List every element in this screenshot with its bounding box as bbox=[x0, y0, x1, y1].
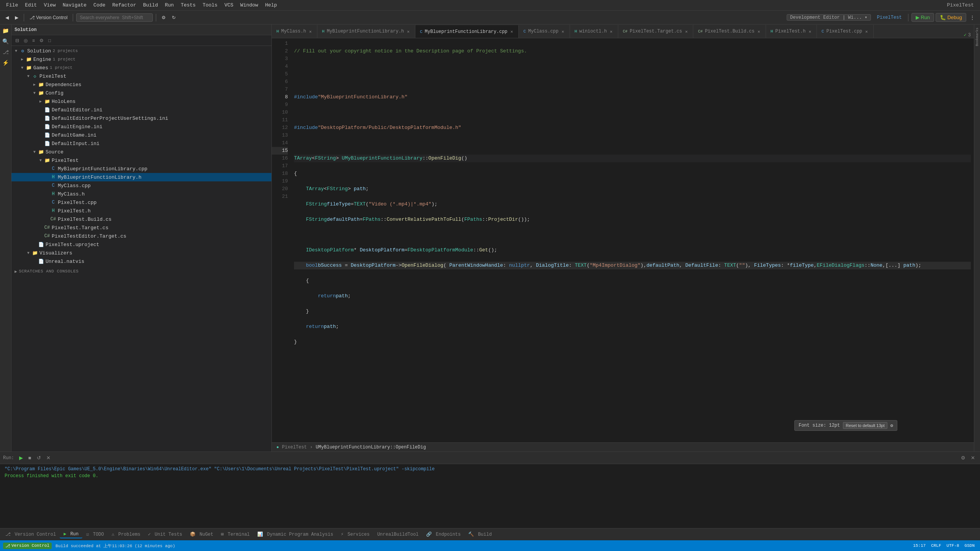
tab-endpoints[interactable]: 🔗 Endpoints bbox=[422, 531, 464, 538]
tree-source[interactable]: ▼ 📁 Source bbox=[11, 148, 271, 156]
tab-unrealbuildtool[interactable]: UnrealBuildTool bbox=[373, 531, 422, 538]
tree-defaultgame[interactable]: 📄 DefaultGame.ini bbox=[11, 131, 271, 139]
run-play-button[interactable]: ▶ bbox=[17, 454, 25, 461]
bookmarks-label[interactable]: Bookmarks bbox=[975, 26, 979, 48]
collapse-all-button[interactable]: ⊟ bbox=[14, 37, 21, 44]
tree-pixeltestcpp[interactable]: C PixelTest.cpp bbox=[11, 198, 271, 207]
tab-close-icon[interactable]: ✕ bbox=[808, 29, 812, 34]
menu-build[interactable]: Build bbox=[140, 2, 161, 9]
tree-games[interactable]: ▼ 📁 Games 1 project bbox=[11, 64, 271, 72]
tab-problems[interactable]: ⚠ Problems bbox=[108, 531, 144, 538]
tab-services[interactable]: ⚡ Services bbox=[337, 531, 373, 538]
git-icon[interactable]: ⎇ bbox=[1, 47, 10, 57]
status-position[interactable]: 15:17 bbox=[911, 543, 928, 549]
menu-tests[interactable]: Tests bbox=[178, 2, 199, 9]
tab-unit-tests[interactable]: ✓ Unit Tests bbox=[144, 531, 186, 538]
terminal-close-button[interactable]: ✕ bbox=[969, 454, 977, 461]
tab-close-icon[interactable]: ✕ bbox=[684, 29, 689, 34]
status-version-control[interactable]: ⎇ Version Control bbox=[3, 543, 52, 549]
font-settings-icon[interactable]: ⚙ bbox=[890, 423, 893, 429]
tree-myclasscpp[interactable]: C MyClass.cpp bbox=[11, 181, 271, 190]
menu-help[interactable]: Help bbox=[262, 2, 280, 9]
tree-defaultengine[interactable]: 📄 DefaultEngine.ini bbox=[11, 122, 271, 131]
tree-myblueprintcpp[interactable]: C MyBlueprintFunctionLibrary.cpp bbox=[11, 165, 271, 173]
tab-todo[interactable]: ☑ TODO bbox=[82, 531, 108, 538]
menu-run[interactable]: Run bbox=[162, 2, 177, 9]
menu-tools[interactable]: Tools bbox=[199, 2, 220, 9]
version-control-button[interactable]: ⎇ Version Control bbox=[27, 14, 70, 21]
tree-myclassh[interactable]: H MyClass.h bbox=[11, 190, 271, 198]
tab-nuget[interactable]: 📦 NuGet bbox=[186, 531, 217, 538]
tree-visualizers[interactable]: ▼ 📁 Visualizers bbox=[11, 249, 271, 257]
menu-code[interactable]: Code bbox=[90, 2, 108, 9]
tab-close-icon[interactable]: ✕ bbox=[406, 29, 410, 34]
search-icon[interactable]: 🔍 bbox=[1, 37, 10, 46]
tab-close-icon[interactable]: ✕ bbox=[609, 29, 613, 34]
tree-hololean[interactable]: ▶ 📁 HoloLens bbox=[11, 97, 271, 106]
tab-pixeltest-buildcs[interactable]: C# PixelTest.Build.cs ✕ bbox=[693, 25, 766, 38]
menu-refactor[interactable]: Refactor bbox=[109, 2, 139, 9]
menu-vcs[interactable]: VCS bbox=[221, 2, 236, 9]
menu-window[interactable]: Window bbox=[237, 2, 261, 9]
run-stop-button[interactable]: ■ bbox=[26, 454, 33, 461]
tab-myblueprintcpp[interactable]: C MyBlueprintFunctionLibrary.cpp ✕ bbox=[415, 25, 519, 38]
tab-close-icon[interactable]: ✕ bbox=[561, 29, 565, 34]
tree-engine[interactable]: ▶ 📁 Engine 1 project bbox=[11, 55, 271, 64]
more-button[interactable]: ⋮ bbox=[968, 14, 977, 21]
menu-file[interactable]: File bbox=[3, 2, 21, 9]
debug-button[interactable]: 🐛 Debug bbox=[936, 13, 966, 22]
settings-panel-button[interactable]: ⚙ bbox=[38, 37, 45, 44]
tree-pixeltest-root[interactable]: ▼ ◇ PixelTest bbox=[11, 72, 271, 80]
tree-pixeltesteditor-target[interactable]: C# PixelTestEditor.Target.cs bbox=[11, 232, 271, 240]
tree-unrealnatvis[interactable]: 📄 Unreal.natvis bbox=[11, 257, 271, 266]
tab-myclassh[interactable]: H MyClass.h ✕ bbox=[272, 25, 317, 38]
tree-uproject[interactable]: 📄 PixelTest.uproject bbox=[11, 240, 271, 249]
tab-close-icon[interactable]: ✕ bbox=[308, 29, 312, 34]
locate-file-button[interactable]: ◎ bbox=[22, 37, 29, 44]
tab-build[interactable]: 🔨 Build bbox=[464, 531, 495, 538]
menu-navigate[interactable]: Navigate bbox=[60, 2, 90, 9]
tab-myblueprintheader[interactable]: H MyBlueprintFunctionLibrary.h ✕ bbox=[317, 25, 415, 38]
tab-dynamic-analysis[interactable]: 📊 Dynamic Program Analysis bbox=[253, 531, 337, 538]
tree-solution[interactable]: ▼ ⚙ Solution 2 projects bbox=[11, 47, 271, 55]
tree-dependencies[interactable]: ▶ 📁 Dependencies bbox=[11, 80, 271, 89]
tree-pixeltestbuildcs[interactable]: C# PixelTest.Build.cs bbox=[11, 215, 271, 223]
run-close-button[interactable]: ✕ bbox=[44, 454, 52, 461]
tree-myblueprintheader[interactable]: H MyBlueprintFunctionLibrary.h bbox=[11, 173, 271, 181]
scratches-header[interactable]: ▶ Scratches and Consoles bbox=[11, 266, 271, 276]
tab-pixeltesth[interactable]: H PixelTest.h ✕ bbox=[766, 25, 817, 38]
run-rerun-button[interactable]: ↺ bbox=[35, 454, 43, 461]
tab-close-icon[interactable]: ✕ bbox=[757, 29, 761, 34]
tab-close-icon[interactable]: ✕ bbox=[864, 29, 869, 34]
status-crlf[interactable]: CRLF bbox=[929, 543, 943, 549]
tab-winioctl[interactable]: H winioctl.h ✕ bbox=[570, 25, 618, 38]
tree-pixeltesth[interactable]: H PixelTest.h bbox=[11, 207, 271, 215]
expand-button[interactable]: □ bbox=[47, 37, 52, 44]
status-encoding[interactable]: UTF-8 bbox=[944, 543, 962, 549]
debug-panel-icon[interactable]: ⚡ bbox=[1, 58, 10, 67]
status-indent[interactable]: GSDN bbox=[962, 543, 977, 549]
menu-view[interactable]: View bbox=[41, 2, 59, 9]
tab-run[interactable]: ▶ Run bbox=[60, 530, 82, 538]
tab-terminal[interactable]: ⊞ Terminal bbox=[217, 531, 253, 538]
run-button[interactable]: ▶ Run bbox=[911, 13, 934, 22]
tab-pixeltest-target[interactable]: C# PixelTest.Target.cs ✕ bbox=[618, 25, 693, 38]
menu-edit[interactable]: Edit bbox=[22, 2, 40, 9]
back-button[interactable]: ◀ bbox=[3, 14, 11, 21]
tab-close-icon[interactable]: ✕ bbox=[510, 29, 514, 34]
tab-pixeltestcpp[interactable]: C PixelTest.cpp ✕ bbox=[817, 25, 874, 38]
tree-defaulteditorperproject[interactable]: 📄 DefaultEditorPerProjectUserSettings.in… bbox=[11, 114, 271, 122]
search-input[interactable] bbox=[76, 13, 153, 22]
font-reset-button[interactable]: Reset to default 13pt bbox=[843, 422, 887, 429]
tree-config[interactable]: ▼ 📁 Config bbox=[11, 89, 271, 97]
code-content[interactable]: // Fill out your copyright notice in the… bbox=[291, 38, 974, 442]
forward-button[interactable]: ▶ bbox=[13, 14, 21, 21]
settings-button[interactable]: ⚙ bbox=[159, 14, 168, 21]
tree-defaultinput[interactable]: 📄 DefaultInput.ini bbox=[11, 139, 271, 148]
tab-version-control[interactable]: ⎇ Version Control bbox=[2, 531, 60, 538]
tree-pixeltest-target[interactable]: C# PixelTest.Target.cs bbox=[11, 223, 271, 232]
tree-pixeltest-src[interactable]: ▼ 📁 PixelTest bbox=[11, 156, 271, 165]
refresh-button[interactable]: ↻ bbox=[170, 14, 178, 21]
tree-defaulteditor[interactable]: 📄 DefaultEditor.ini bbox=[11, 106, 271, 114]
terminal-settings-button[interactable]: ⚙ bbox=[959, 454, 967, 461]
